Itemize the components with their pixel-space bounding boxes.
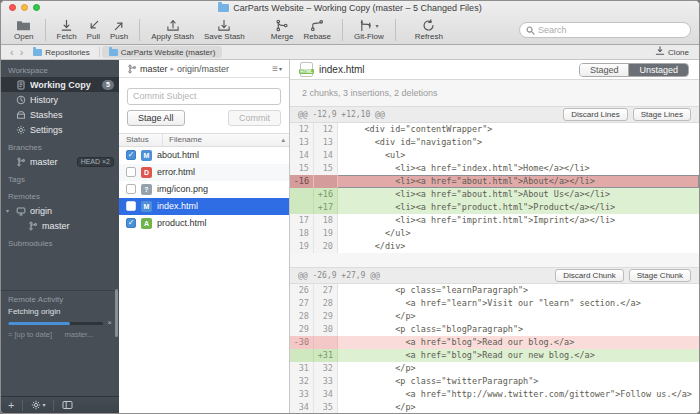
actions-gear-button[interactable]: ▾ — [31, 400, 45, 411]
sidebar-item-working-copy[interactable]: Working Copy5 — [1, 77, 119, 92]
window-folder-icon — [218, 4, 229, 12]
diff-row[interactable]: 2829 </p> — [290, 310, 699, 323]
diff-row[interactable]: 1515 <li><a href="index.html">Home</a></… — [290, 162, 699, 175]
stage-all-button[interactable]: Stage All — [127, 110, 185, 126]
file-row-error-html[interactable]: Derror.html — [119, 164, 289, 181]
commit-button[interactable]: Commit — [228, 110, 281, 126]
diff-row[interactable]: 3435 </p> — [290, 401, 699, 413]
search-box[interactable] — [519, 22, 691, 38]
toolbar-separator — [395, 19, 396, 41]
commit-subject-input[interactable] — [127, 88, 281, 105]
fetch-progress-fill — [8, 322, 70, 325]
diff-row[interactable]: 2728 <a href="learn">Visit our "learn" s… — [290, 297, 699, 310]
sidebar-item-label: Stashes — [30, 110, 114, 120]
apply-stash-button[interactable]: Apply Stash — [146, 16, 199, 44]
code-line: <a href="blog">Read our blog.</a> — [338, 336, 699, 349]
breadcrumb-repositories-label: Repositories — [45, 48, 89, 57]
stage-chunk-button[interactable]: Stage Chunk — [629, 269, 691, 282]
search-icon — [526, 21, 535, 39]
view-toggle-button[interactable] — [62, 400, 73, 410]
sidebar-footer: + ▾ — [1, 396, 119, 413]
file-row-index-html[interactable]: Mindex.html — [119, 198, 289, 215]
stage-checkbox[interactable] — [126, 184, 136, 194]
sidebar-item-history[interactable]: History — [1, 92, 119, 107]
stage-chunk-button[interactable]: Stage Lines — [633, 108, 691, 121]
code-line: </p> — [338, 310, 699, 323]
titlebar: CarParts Website – Working Copy (master … — [1, 1, 699, 15]
fetch-button[interactable]: Fetch — [52, 16, 82, 44]
new-line-number: 13 — [314, 136, 338, 149]
stage-checkbox[interactable]: ✓ — [126, 150, 136, 160]
open-button[interactable]: Open — [9, 16, 39, 44]
fetch-label: Fetch — [57, 32, 77, 41]
diff-row[interactable]: 3233 <p class="twitterParagraph"> — [290, 375, 699, 388]
sidebar-item-settings[interactable]: Settings — [1, 122, 119, 137]
search-input[interactable] — [538, 25, 684, 35]
pull-button[interactable]: Pull — [82, 16, 105, 44]
stage-checkbox[interactable] — [126, 167, 136, 177]
stage-checkbox[interactable]: ✓ — [126, 218, 136, 228]
file-row-about-html[interactable]: ✓Mabout.html — [119, 147, 289, 164]
git-flow-button[interactable]: ▾ Git-Flow — [349, 16, 389, 44]
new-line-number: 15 — [314, 162, 338, 175]
rebase-button[interactable]: Rebase — [298, 16, 336, 44]
diff-row[interactable]: +16 <li><a href="about.html">About Us</a… — [290, 188, 699, 201]
push-button[interactable]: Push — [105, 16, 133, 44]
breadcrumb-repositories[interactable]: Repositories — [26, 46, 96, 58]
back-button[interactable]: ‹ — [7, 47, 17, 57]
diff-row[interactable]: 1920 </div> — [290, 240, 699, 253]
refresh-button[interactable]: Refresh — [410, 16, 448, 44]
sidebar-item-stashes[interactable]: Stashes — [1, 107, 119, 122]
diff-row[interactable]: +17 <li><a href="product.html">Product</… — [290, 201, 699, 214]
merge-button[interactable]: Merge — [266, 16, 299, 44]
remote-activity-task-row: Fetching origin — [8, 307, 112, 316]
diff-row[interactable]: 1819 </ul> — [290, 227, 699, 240]
unstaged-tab[interactable]: Unstaged — [628, 64, 688, 76]
forward-button[interactable]: › — [17, 47, 27, 57]
filename-column-header[interactable]: Filename — [163, 135, 281, 144]
sidebar-scrollbar[interactable] — [115, 289, 118, 337]
status-badge: D — [141, 167, 152, 178]
discard-chunk-button[interactable]: Discard Chunk — [555, 269, 623, 282]
zoom-window-button[interactable] — [33, 4, 40, 11]
old-line-number: 27 — [290, 297, 314, 310]
staged-tab[interactable]: Staged — [580, 64, 629, 76]
stage-checkbox[interactable] — [126, 201, 136, 211]
diff-row[interactable]: 1212 <div id="contentWrapper"> — [290, 123, 699, 136]
diff-row[interactable]: -16 <li><a href="about.html">About</a></… — [290, 175, 699, 188]
diff-row[interactable]: -30 <a href="blog">Read our blog.</a> — [290, 336, 699, 349]
breadcrumb-current-repo[interactable]: CarParts Website (master) — [102, 46, 223, 58]
diff-row[interactable]: 1414 <ul> — [290, 149, 699, 162]
remote-activity-header: Remote Activity — [8, 295, 112, 304]
app-window: CarParts Website – Working Copy (master … — [0, 0, 700, 414]
diff-rows: 1212 <div id="contentWrapper">1313 <div … — [290, 123, 699, 253]
discard-chunk-button[interactable]: Discard Lines — [563, 108, 627, 121]
refresh-icon — [422, 18, 435, 32]
diff-row[interactable]: 1313 <div id="navigation"> — [290, 136, 699, 149]
diff-chunk-2: @@ -26,9 +27,9 @@Discard ChunkStage Chun… — [290, 267, 699, 413]
file-row-product-html[interactable]: ✓Aproduct.html — [119, 215, 289, 232]
file-row-img-icon-png[interactable]: ?img/icon.png — [119, 181, 289, 198]
sidebar-item-master[interactable]: master — [1, 218, 119, 233]
minimize-window-button[interactable] — [21, 4, 28, 11]
diff-row[interactable]: 1718 <li><a href="imprint.html">Imprint<… — [290, 214, 699, 227]
clone-button[interactable]: Clone — [651, 46, 693, 58]
code-line: <li><a href="product.html">Product</a></… — [338, 201, 699, 214]
close-window-button[interactable] — [9, 4, 16, 11]
diff-row[interactable]: 3334 <a href="http://www.twitter.com/git… — [290, 388, 699, 401]
diff-row[interactable]: 3132 </p> — [290, 362, 699, 375]
merge-label: Merge — [271, 32, 294, 41]
list-view-menu[interactable]: ≡▾ — [272, 63, 282, 74]
cancel-fetch-button[interactable]: × — [107, 319, 112, 327]
save-stash-button[interactable]: Save Stash — [199, 16, 250, 44]
diff-row[interactable]: 2930 <p class="blogParagraph"> — [290, 323, 699, 336]
diff-row[interactable]: 2627 <p class="learnParagraph"> — [290, 284, 699, 297]
status-column-header[interactable]: Status — [119, 134, 163, 146]
sidebar-item-origin[interactable]: ▾origin — [1, 203, 119, 218]
add-repository-button[interactable]: + — [8, 400, 14, 411]
disclosure-triangle-icon[interactable]: ▾ — [6, 207, 9, 214]
diff-row[interactable]: +31 <a href="blog">Read our new blog.</a… — [290, 349, 699, 362]
filename-label: about.html — [157, 150, 199, 160]
sidebar-item-master[interactable]: masterHEAD ×2 — [1, 154, 119, 169]
new-line-number: 18 — [314, 214, 338, 227]
